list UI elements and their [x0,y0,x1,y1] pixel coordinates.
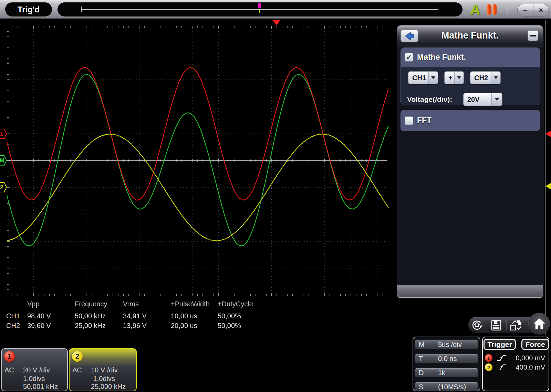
trigger-delay-row[interactable]: T 0.0 ns [415,354,478,363]
coupling-label: AC [72,366,82,374]
copy-transfer-icon [510,319,522,332]
operator-value: + [445,72,454,84]
svg-text:2: 2 [0,184,3,191]
run-stop-button[interactable] [487,4,498,15]
meas-cell: 98,40 V [27,312,51,320]
meas-cell: 10,00 us [171,312,197,320]
voltage-per-div-label: Voltage(/div): [407,95,452,104]
frequency-value: 25,000 kHz [91,383,126,391]
acq-key: T [419,354,423,363]
record-depth-row[interactable]: D 1k [415,368,478,377]
close-icon: × [539,7,543,14]
fft-checkbox[interactable]: ✓ [405,116,413,125]
acq-value: 5us /div [438,340,462,349]
acq-key: M [419,340,425,349]
trigger-menu-button[interactable]: Trigger [484,339,516,350]
right-edge-rail [545,20,546,335]
operand-a-value: CH1 [408,72,428,84]
window-controls: – × [517,4,549,17]
meas-header: +PulseWidth [171,300,210,308]
math-enable-row[interactable]: ✓ Mathe Funkt. [401,48,540,67]
channel1-trigger-level-row[interactable]: 1 0,000 mV [484,353,547,362]
minimize-button[interactable]: – [518,4,533,16]
close-button[interactable]: × [533,4,549,16]
channel2-trigger-level-arrow[interactable] [545,183,551,189]
operator-select[interactable]: + [444,71,464,84]
toolbar-divider [506,319,507,330]
acq-value: 0.0 ns [438,354,457,363]
export-transfer-button[interactable] [510,319,521,331]
restore-defaults-button[interactable] [471,319,483,331]
back-button[interactable] [401,30,418,42]
horizontal-position-slider[interactable] [58,2,462,17]
autoset-button[interactable]: A [467,2,483,17]
acq-key: S [419,382,423,391]
lightning-icon [503,3,512,16]
save-button[interactable] [490,319,502,331]
trigger-position-stem-icon [259,9,260,13]
slider-right-tick [438,7,438,12]
frequency-value: 50,001 kHz [23,383,58,391]
operand-b-select[interactable]: CH2 [470,71,501,84]
minimize-icon: – [523,7,527,14]
voltage-per-div-value: 20V [464,93,491,106]
operand-a-select[interactable]: CH1 [408,71,438,84]
channel2-trigger-level-row[interactable]: 2 400,0 mV [484,363,547,372]
svg-text:1: 1 [0,131,3,137]
channel1-box[interactable]: 1 AC 20 V /div 1.0divs 50,001 kHz [1,348,68,391]
home-icon [533,318,545,330]
channel2-zero-marker[interactable]: 2 [0,182,7,192]
channel2-icon: 2 [72,351,83,362]
meas-header: Vpp [27,300,40,308]
timebase-row[interactable]: M 5us /div [415,340,478,349]
meas-cell: 50,00 kHz [75,312,106,320]
channel2-box[interactable]: 2 AC 10 V /div -1.0divs 25,000 kHz [69,348,137,391]
chevron-down-icon [494,76,498,79]
toolbar-divider [487,319,487,330]
refresh-home-icon [471,319,483,331]
dropdown-button[interactable] [491,72,500,84]
offset-value: -1.0divs [91,375,115,383]
trigger-position-handle[interactable] [258,3,261,15]
channel-number: 2 [487,364,490,370]
meas-row-label: CH2 [6,322,20,330]
trigger-time-marker[interactable] [273,20,280,25]
meas-cell: 50,00% [218,322,241,330]
meas-row-label: CH1 [6,312,20,320]
math-operands-row: CH1 + CH2 [401,71,540,84]
autoset-icon: A [470,2,481,18]
meas-cell: 39,60 V [27,322,51,330]
math-zero-marker[interactable]: M [0,155,7,166]
panel-minimize-button[interactable] [528,30,538,41]
math-panel-header: Mathe Funkt. [397,25,543,47]
home-button[interactable] [528,313,550,335]
chevron-down-icon [457,76,461,79]
channel1-zero-marker[interactable]: 1 [0,129,7,139]
fft-label: FFT [417,116,432,125]
sample-rate-row[interactable]: S (10MS/s) [415,382,478,391]
single-trigger-button[interactable] [503,3,512,16]
math-enable-checkbox[interactable]: ✓ [405,53,413,62]
force-trigger-button[interactable]: Force [521,339,549,350]
title-bar: Trig'd A – × [0,0,551,19]
force-button-label: Force [525,340,545,349]
meas-cell: 20,00 us [171,322,197,330]
rising-edge-icon [497,363,507,372]
offset-value: 1.0divs [23,375,45,383]
trigger-status-label: Trig'd [18,5,40,14]
dropdown-button[interactable] [491,93,502,106]
coupling-label: AC [4,366,14,374]
channel1-icon: 1 [485,354,492,362]
scale-value: 10 V /div [91,366,118,374]
dropdown-button[interactable] [428,72,438,84]
meas-header: Frequency [75,300,107,308]
voltage-per-div-select[interactable]: 20V [463,93,502,106]
minus-icon [530,35,536,36]
trigger-position-marker-icon [258,3,261,8]
dropdown-button[interactable] [454,72,464,84]
acq-value: 1k [438,368,445,377]
channel1-trigger-level-arrow[interactable] [545,131,551,137]
math-panel-footer [397,285,543,298]
fft-row[interactable]: ✓ FFT [401,110,540,131]
meas-header: +DutyCycle [218,300,253,308]
